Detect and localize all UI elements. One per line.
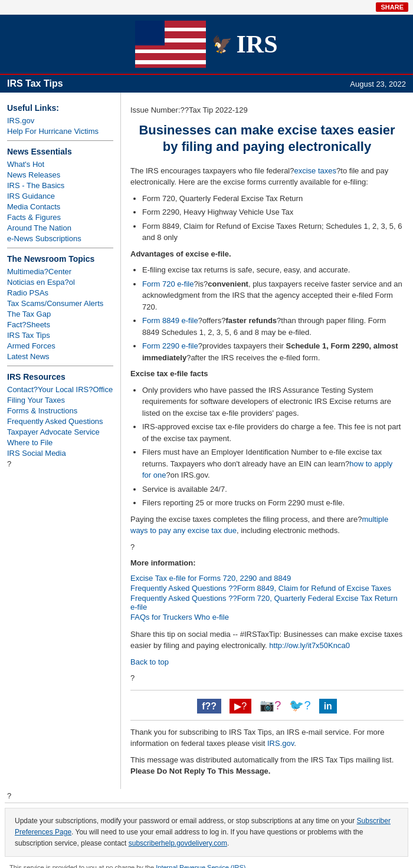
sidebar-link-where-to-file[interactable]: Where to File	[7, 438, 113, 447]
form720-link[interactable]: Form 720 e-file	[142, 280, 194, 288]
more-info-link[interactable]: Frequently Asked Questions ??Form 720, Q…	[130, 594, 404, 611]
subscription-bar: Update your subscriptions, modify your p…	[5, 808, 408, 857]
sidebar-link-around-the-nation[interactable]: Around The Nation	[7, 223, 113, 232]
more-info-heading: More information:	[130, 557, 404, 569]
sidebar-link-taxpayer-advocate-service[interactable]: Taxpayer Advocate Service	[7, 428, 113, 436]
sidebar-link-help-for-hurricane-victims[interactable]: Help For Hurricane Victims	[7, 127, 113, 136]
facebook-icon[interactable]: f??	[197, 699, 221, 714]
news-essentials-list: What's HotNews ReleasesIRS - The BasicsI…	[7, 160, 113, 243]
irs-gov-link[interactable]: IRS.gov	[267, 739, 294, 748]
paying-link[interactable]: multiple ways to pay any excise tax due	[130, 515, 388, 535]
sidebar-link-multimedia?center[interactable]: Multimedia?Center	[7, 267, 113, 276]
sidebar-link-frequently-asked-questions[interactable]: Frequently Asked Questions	[7, 417, 113, 426]
title-bar: IRS Tax Tips August 23, 2022	[0, 74, 413, 93]
useful-links-list: IRS.govHelp For Hurricane Victims	[7, 116, 113, 136]
sidebar: Useful Links: IRS.govHelp For Hurricane …	[0, 93, 121, 789]
advantage-item: Form 8849 e-file?offers?faster refunds?t…	[142, 315, 404, 338]
sidebar-link-irs-tax-tips[interactable]: IRS Tax Tips	[7, 331, 113, 340]
newsroom-title: The Newsroom Topics	[7, 254, 113, 264]
subscriber-help-link[interactable]: subscriberhelp.govdelivery.com	[129, 839, 227, 847]
excise-taxes-link[interactable]: excise taxes	[294, 166, 337, 175]
more-info-link[interactable]: FAQs for Truckers Who e-file	[130, 613, 404, 622]
sidebar-divider-2	[7, 248, 113, 248]
sidebar-link-contact?your-local-irs?office[interactable]: Contact?Your Local IRS?Office	[7, 385, 113, 394]
sidebar-link-forms-&-instructions[interactable]: Forms & Instructions	[7, 406, 113, 415]
advantage-item: Form 2290 e-file?provides taxpayers thei…	[142, 340, 404, 363]
youtube-icon[interactable]: ▶?	[230, 699, 251, 714]
sidebar-link-the-tax-gap[interactable]: The Tax Gap	[7, 310, 113, 318]
fact-item: Filers reporting 25 or more trucks on Fo…	[142, 497, 404, 509]
paying-text: Paying the excise taxes completes the fi…	[130, 514, 404, 537]
news-essentials-title: News Essentials	[7, 147, 113, 156]
question-mark-1: ?	[130, 541, 404, 553]
page-title: IRS Tax Tips	[7, 78, 63, 89]
sidebar-link-irs-social-media[interactable]: IRS Social Media	[7, 449, 113, 458]
do-not-reply: Please Do Not Reply To This Message.	[130, 767, 270, 775]
share-url-link[interactable]: http://ow.ly/it7x50Knca0	[269, 641, 350, 650]
form-list-item: Form 8849, Claim for Refund of Excise Ta…	[142, 221, 404, 244]
more-info-link[interactable]: Frequently Asked Questions ??Form 8849, …	[130, 584, 404, 593]
irs-logo: 🦅 IRS	[212, 30, 277, 58]
sidebar-link-news-releases[interactable]: News Releases	[7, 170, 113, 179]
sidebar-link-tax-scams/consumer-alerts[interactable]: Tax Scams/Consumer Alerts	[7, 299, 113, 308]
sidebar-link-fact?sheets[interactable]: Fact?Sheets	[7, 320, 113, 329]
share-text: Share this tip on social media -- #IRSTa…	[130, 629, 404, 652]
sidebar-qmark: ?	[7, 459, 113, 468]
fact-item: Only providers who have passed the IRS A…	[142, 384, 404, 419]
fact-item: Filers must have an Employer Identificat…	[142, 446, 404, 481]
sidebar-link-noticias-en-espa?ol[interactable]: Noticias en Espa?ol	[7, 278, 113, 287]
facts-list: Only providers who have passed the IRS A…	[142, 384, 404, 509]
eagle-icon: 🦅	[212, 35, 232, 54]
form-list-item: Form 720, Quarterly Federal Excise Tax R…	[142, 193, 404, 205]
twitter-icon[interactable]: 🐦?	[289, 699, 310, 712]
sidebar-link-irs-guidance[interactable]: IRS Guidance	[7, 192, 113, 200]
irs-service-link[interactable]: Internal Revenue Service (IRS)	[156, 864, 245, 868]
form2290-link[interactable]: Form 2290 e-file	[142, 341, 198, 350]
sidebar-link-latest-news[interactable]: Latest News	[7, 352, 113, 361]
forms-list: Form 720, Quarterly Federal Excise Tax R…	[142, 193, 404, 244]
advantages-heading: Advantages of excise e-file.	[130, 248, 404, 260]
sidebar-link-e-news-subscriptions[interactable]: e-News Subscriptions	[7, 234, 113, 243]
sidebar-link-irs.gov[interactable]: IRS.gov	[7, 116, 113, 125]
useful-links-title: Useful Links:	[7, 103, 113, 113]
more-info-links: Excise Tax e-file for Forms 720, 2290 an…	[130, 574, 404, 622]
article-content: Issue Number:??Tax Tip 2022-129 Business…	[121, 93, 413, 789]
sidebar-link-irs---the-basics[interactable]: IRS - The Basics	[7, 181, 113, 190]
sidebar-link-what's-hot[interactable]: What's Hot	[7, 160, 113, 169]
main-layout: Useful Links: IRS.govHelp For Hurricane …	[0, 93, 413, 789]
publication-date: August 23, 2022	[350, 80, 406, 88]
service-note: This service is provided to you at no ch…	[0, 862, 413, 868]
sidebar-divider-3	[7, 366, 113, 366]
facts-heading: Excise tax e-file facts	[130, 368, 404, 380]
footer-note-2: This message was distributed automatical…	[130, 754, 404, 777]
linkedin-icon[interactable]: in	[319, 699, 337, 714]
share-bar: SHARE	[0, 0, 413, 15]
question-mark-2: ?	[130, 672, 404, 684]
sidebar-divider-1	[7, 140, 113, 141]
subscriber-prefs-link[interactable]: Subscriber Preferences Page	[15, 817, 391, 836]
ein-apply-link[interactable]: how to apply for one	[142, 459, 392, 480]
sidebar-link-media-contacts[interactable]: Media Contacts	[7, 202, 113, 211]
sidebar-link-radio-psas[interactable]: Radio PSAs	[7, 288, 113, 297]
form-list-item: Form 2290, Heavy Highway Vehicle Use Tax	[142, 206, 404, 218]
issue-number: Issue Number:??Tax Tip 2022-129	[130, 104, 404, 116]
irs-logo-text: IRS	[236, 30, 277, 58]
flag-stars	[135, 21, 165, 45]
advantages-list: E-filing excise tax returns is safe, sec…	[142, 264, 404, 363]
more-info-link[interactable]: Excise Tax e-file for Forms 720, 2290 an…	[130, 574, 404, 583]
social-bar: f?? ▶? 📷? 🐦? in	[130, 690, 404, 721]
form8849-link[interactable]: Form 8849 e-file	[142, 316, 198, 325]
flag-image	[135, 21, 206, 68]
sidebar-link-filing-your-taxes[interactable]: Filing Your Taxes	[7, 396, 113, 405]
bottom-qmark: ?	[0, 789, 413, 803]
sidebar-link-facts-&-figures[interactable]: Facts & Figures	[7, 213, 113, 222]
fact-item: IRS-approved excise tax e-file providers…	[142, 421, 404, 444]
subscription-text: Update your subscriptions, modify your p…	[15, 816, 398, 850]
back-to-top-link[interactable]: Back to top	[130, 657, 169, 666]
advantage-item: E-filing excise tax returns is safe, sec…	[142, 264, 404, 276]
newsroom-list: Multimedia?CenterNoticias en Espa?olRadi…	[7, 267, 113, 361]
footer-note-1: Thank you for subscribing to IRS Tax Tip…	[130, 726, 404, 749]
share-button[interactable]: SHARE	[376, 2, 408, 12]
instagram-icon[interactable]: 📷?	[260, 699, 281, 712]
sidebar-link-armed-forces[interactable]: Armed Forces	[7, 341, 113, 350]
